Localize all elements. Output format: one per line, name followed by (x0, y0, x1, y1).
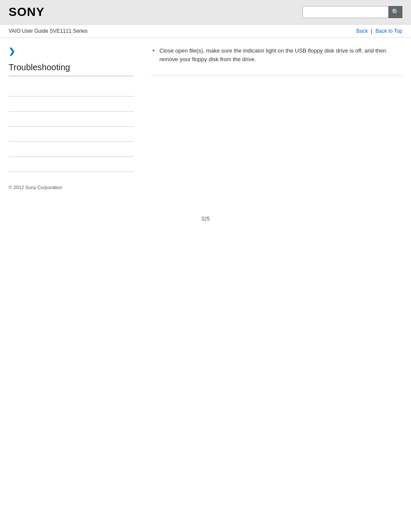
search-input[interactable] (302, 6, 389, 18)
sidebar-link-1[interactable] (9, 86, 134, 92)
breadcrumb: VAIO User Guide SVE1111 Series (9, 28, 87, 34)
search-area: 🔍 (302, 6, 402, 18)
list-item (9, 112, 134, 127)
header: SONY 🔍 (0, 0, 411, 25)
chevron-icon: ❯ (9, 47, 134, 56)
search-button[interactable]: 🔍 (389, 6, 402, 18)
list-item (9, 142, 134, 157)
content-list: Close open file(s), make sure the indica… (151, 47, 402, 63)
nav-bar: VAIO User Guide SVE1111 Series Back | Ba… (0, 25, 411, 38)
content-section: Close open file(s), make sure the indica… (151, 47, 402, 76)
sidebar-title: Troubleshooting (9, 62, 134, 76)
list-item (9, 81, 134, 96)
nav-links: Back | Back to Top (356, 28, 402, 34)
search-icon: 🔍 (392, 8, 400, 16)
content-area: ❯ Troubleshooting © 2012 Sony Corporatio… (0, 38, 411, 199)
main-content: Close open file(s), make sure the indica… (142, 47, 402, 190)
sidebar-link-5[interactable] (9, 146, 134, 152)
content-text-1: Close open file(s), make sure the indica… (159, 47, 386, 62)
back-to-top-link[interactable]: Back to Top (376, 28, 402, 34)
back-link[interactable]: Back (356, 28, 368, 34)
sidebar-link-4[interactable] (9, 131, 134, 137)
list-item (9, 157, 134, 172)
sidebar-links (9, 81, 134, 172)
nav-separator: | (371, 28, 372, 34)
sidebar-link-2[interactable] (9, 101, 134, 107)
sidebar-link-3[interactable] (9, 116, 134, 122)
content-item-1: Close open file(s), make sure the indica… (151, 47, 402, 63)
sidebar-link-6[interactable] (9, 161, 134, 167)
sony-logo: SONY (9, 5, 44, 19)
copyright: © 2012 Sony Corporation (9, 185, 134, 190)
list-item (9, 96, 134, 112)
sidebar: ❯ Troubleshooting © 2012 Sony Corporatio… (9, 47, 142, 190)
list-item (9, 127, 134, 142)
page-number: 325 (0, 216, 411, 230)
